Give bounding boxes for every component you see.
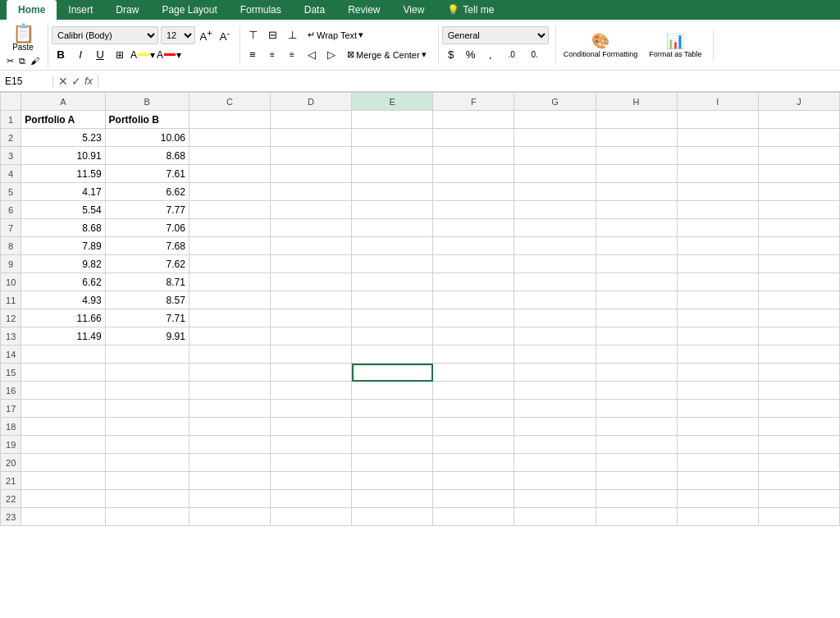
cell[interactable]: [433, 183, 514, 201]
cell[interactable]: [758, 327, 839, 346]
cell[interactable]: [189, 291, 270, 309]
cell[interactable]: [433, 327, 514, 346]
cell[interactable]: [21, 346, 105, 364]
cell[interactable]: [758, 111, 839, 129]
row-number[interactable]: 2: [1, 129, 21, 147]
row-number[interactable]: 9: [1, 255, 21, 273]
cell[interactable]: [677, 183, 758, 201]
cell[interactable]: [596, 165, 677, 183]
cut-icon[interactable]: ✂: [5, 55, 16, 67]
cell[interactable]: 8.68: [21, 219, 105, 237]
decrease-indent-button[interactable]: ◁: [303, 46, 321, 64]
increase-indent-button[interactable]: ▷: [322, 46, 340, 64]
cell[interactable]: [677, 201, 758, 219]
cell[interactable]: [270, 201, 351, 219]
increase-font-button[interactable]: A+: [198, 27, 214, 43]
cell[interactable]: [677, 418, 758, 436]
cell[interactable]: 11.66: [21, 309, 105, 327]
cell[interactable]: [596, 309, 677, 327]
cell[interactable]: [270, 436, 351, 454]
cell[interactable]: [352, 147, 433, 165]
cell[interactable]: [514, 111, 596, 129]
cell[interactable]: [433, 454, 514, 472]
cell[interactable]: [105, 382, 189, 400]
row-number[interactable]: 21: [1, 472, 21, 490]
cell[interactable]: [677, 327, 758, 346]
cell[interactable]: [352, 382, 433, 400]
cell[interactable]: [352, 346, 433, 364]
cell[interactable]: [677, 129, 758, 147]
font-size-select[interactable]: 12: [161, 26, 195, 44]
cell[interactable]: [758, 183, 839, 201]
cell[interactable]: [596, 201, 677, 219]
cell[interactable]: [105, 436, 189, 454]
row-number[interactable]: 11: [1, 291, 21, 309]
decrease-font-button[interactable]: A-: [217, 27, 233, 43]
cell[interactable]: 4.17: [21, 183, 105, 201]
cell[interactable]: 7.71: [105, 309, 189, 327]
confirm-formula-icon[interactable]: ✓: [71, 75, 81, 88]
row-number[interactable]: 17: [1, 400, 21, 418]
cell[interactable]: [433, 418, 514, 436]
cell[interactable]: [352, 255, 433, 273]
tab-tell-me[interactable]: 💡 Tell me: [436, 0, 505, 20]
cell[interactable]: 7.62: [105, 255, 189, 273]
cell[interactable]: [596, 400, 677, 418]
underline-button[interactable]: U: [91, 46, 109, 64]
tab-review[interactable]: Review: [336, 0, 391, 20]
cell[interactable]: [596, 508, 677, 526]
cell[interactable]: [758, 201, 839, 219]
cell[interactable]: [433, 201, 514, 219]
cell[interactable]: [21, 436, 105, 454]
cell[interactable]: [189, 346, 270, 364]
cell[interactable]: [270, 273, 351, 291]
align-left-button[interactable]: ≡: [244, 46, 262, 64]
cell[interactable]: [677, 490, 758, 508]
cell[interactable]: [270, 418, 351, 436]
cell[interactable]: [189, 382, 270, 400]
cell[interactable]: [433, 219, 514, 237]
cell[interactable]: 7.06: [105, 219, 189, 237]
cell[interactable]: [514, 147, 596, 165]
cell[interactable]: [433, 111, 514, 129]
cell[interactable]: [677, 237, 758, 255]
cell[interactable]: [596, 237, 677, 255]
cell[interactable]: [270, 237, 351, 255]
cell[interactable]: [21, 490, 105, 508]
insert-function-icon[interactable]: fx: [84, 75, 93, 87]
merge-center-button[interactable]: ⊠ Merge & Center ▾: [342, 47, 431, 62]
cell[interactable]: [433, 255, 514, 273]
cell[interactable]: [433, 400, 514, 418]
cell[interactable]: [596, 147, 677, 165]
cell[interactable]: [677, 346, 758, 364]
row-number[interactable]: 7: [1, 219, 21, 237]
cell[interactable]: [270, 454, 351, 472]
cell[interactable]: [433, 291, 514, 309]
cell[interactable]: 5.23: [21, 129, 105, 147]
cell[interactable]: [514, 237, 596, 255]
cell[interactable]: [433, 165, 514, 183]
cell[interactable]: [514, 165, 596, 183]
cell[interactable]: [514, 436, 596, 454]
cell[interactable]: [433, 237, 514, 255]
cell[interactable]: [596, 129, 677, 147]
cell[interactable]: [189, 255, 270, 273]
cell[interactable]: [758, 346, 839, 364]
formula-input[interactable]: [98, 76, 840, 87]
cell[interactable]: [270, 309, 351, 327]
row-number[interactable]: 15: [1, 364, 21, 382]
cell[interactable]: 10.06: [105, 129, 189, 147]
wrap-text-button[interactable]: ↵ Wrap Text ▾: [303, 27, 368, 43]
cell[interactable]: [677, 382, 758, 400]
cell[interactable]: 10.91: [21, 147, 105, 165]
cell[interactable]: [270, 291, 351, 309]
cell[interactable]: Portfolio B: [105, 111, 189, 129]
decrease-decimal-button[interactable]: .0: [501, 46, 523, 64]
col-header-b[interactable]: B: [105, 93, 189, 111]
cell[interactable]: [352, 454, 433, 472]
cell[interactable]: 8.71: [105, 273, 189, 291]
cell[interactable]: [352, 165, 433, 183]
cell[interactable]: [352, 436, 433, 454]
format-as-table-button[interactable]: 📊 Format as Table: [645, 30, 705, 61]
row-number[interactable]: 18: [1, 418, 21, 436]
